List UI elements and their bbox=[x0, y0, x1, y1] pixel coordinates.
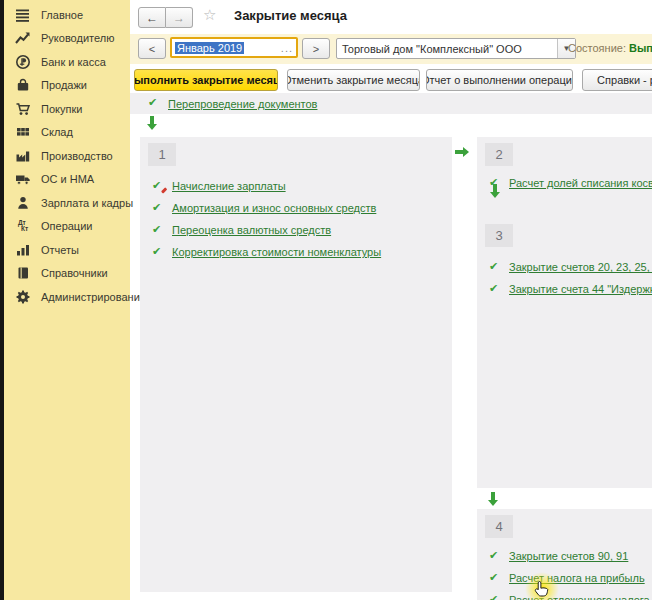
operation-row: Расчет долей списания косвенных расходов bbox=[477, 172, 652, 194]
operation-row: Амортизация и износ основных средств bbox=[140, 197, 452, 219]
check-icon bbox=[489, 572, 502, 585]
page-title: Закрытие месяца bbox=[234, 8, 347, 23]
sidebar-item-label: Главное bbox=[41, 9, 83, 21]
back-button[interactable]: ← bbox=[138, 7, 166, 28]
sidebar-item-label: Производство bbox=[41, 150, 113, 162]
operation-row: Расчет налога на прибыль bbox=[477, 567, 652, 589]
gear-icon bbox=[15, 289, 31, 305]
month-closing-screen: { "colors": { "sidebar_bg": "#F7E8A1", "… bbox=[0, 0, 652, 600]
sidebar-item-purchases[interactable]: Покупки bbox=[0, 97, 130, 121]
sidebar-item-fixed-assets[interactable]: ОС и НМА bbox=[0, 168, 130, 192]
sidebar-item-warehouse[interactable]: Склад bbox=[0, 121, 130, 145]
flow-down-arrow-icon bbox=[150, 116, 154, 124]
status-value: Выполнено bbox=[629, 42, 652, 54]
operation-row: Переоценка валютных средств bbox=[140, 219, 452, 241]
status-line: Состояние: Выполнено bbox=[568, 42, 652, 54]
organization-value: Торговый дом "Комплексный" ООО bbox=[337, 43, 557, 55]
sidebar-item-directories[interactable]: Справочники bbox=[0, 262, 130, 286]
status-label: Состояние: bbox=[568, 42, 626, 54]
menu-icon bbox=[15, 7, 31, 23]
flow-right-arrow-icon bbox=[455, 150, 463, 154]
prev-period-button[interactable]: < bbox=[138, 38, 166, 59]
calc-references-button[interactable]: Справки - расчеты bbox=[582, 69, 652, 91]
check-icon bbox=[152, 246, 165, 259]
sidebar-item-label: Склад bbox=[41, 126, 73, 138]
sidebar-item-label: Операции bbox=[41, 220, 92, 232]
favorite-star-icon[interactable]: ☆ bbox=[203, 6, 216, 24]
check-icon bbox=[489, 283, 502, 296]
flow-down-arrow-icon bbox=[493, 184, 497, 192]
sidebar-item-label: Справочники bbox=[41, 267, 108, 279]
sidebar-item-administration[interactable]: Администрирование bbox=[0, 285, 130, 309]
bag-icon bbox=[15, 77, 31, 93]
grid-icon bbox=[15, 124, 31, 140]
block-1-panel: 1 Начисление зарплаты Амортизация и изно… bbox=[140, 137, 452, 592]
sidebar-item-payroll-hr[interactable]: Зарплата и кадры bbox=[0, 191, 130, 215]
next-period-button[interactable]: > bbox=[302, 38, 330, 59]
operation-row: Корректировка стоимости номенклатуры bbox=[140, 241, 452, 263]
block-4-panel: 4 Закрытие счетов 90, 91 Расчет налога н… bbox=[477, 509, 652, 600]
check-icon bbox=[152, 224, 165, 237]
sidebar-item-operations[interactable]: ДтКт Операции bbox=[0, 215, 130, 239]
reposting-row: Перепроведение документов bbox=[130, 93, 652, 114]
period-picker-ellipsis[interactable]: ... bbox=[281, 42, 293, 54]
operation-link[interactable]: Переоценка валютных средств bbox=[172, 224, 331, 236]
module-sidebar: Главное Руководителю Банк и касса Продаж… bbox=[0, 0, 130, 600]
back-arrow-icon: ← bbox=[146, 11, 158, 25]
period-band: < Январь 2019 ... > Торговый дом "Компле… bbox=[130, 34, 652, 64]
operation-row: Закрытие счета 44 "Издержки обращения" bbox=[477, 278, 652, 300]
cancel-closing-button[interactable]: Отменить закрытие месяца bbox=[287, 69, 420, 91]
operation-link[interactable]: Начисление зарплаты bbox=[172, 180, 286, 192]
execute-closing-button[interactable]: Выполнить закрытие месяца bbox=[134, 69, 278, 91]
cart-icon bbox=[15, 101, 31, 117]
sidebar-item-sales[interactable]: Продажи bbox=[0, 74, 130, 98]
sidebar-item-manager[interactable]: Руководителю bbox=[0, 27, 130, 51]
sidebar-item-bank-cash[interactable]: Банк и касса bbox=[0, 50, 130, 74]
operation-row: Закрытие счетов 90, 91 bbox=[477, 545, 652, 567]
forward-button[interactable]: → bbox=[166, 7, 193, 28]
operation-link[interactable]: Закрытие счетов 20, 23, 25, 26 bbox=[509, 261, 652, 273]
bar-chart-icon bbox=[15, 242, 31, 258]
forward-arrow-icon: → bbox=[173, 11, 185, 25]
check-icon bbox=[152, 202, 165, 215]
check-icon bbox=[489, 261, 502, 274]
sidebar-item-reports[interactable]: Отчеты bbox=[0, 238, 130, 262]
nav-history-group: ← → bbox=[138, 7, 193, 28]
block-number: 4 bbox=[485, 515, 513, 538]
check-icon bbox=[489, 550, 502, 563]
check-icon bbox=[148, 97, 161, 110]
dt-kt-icon: ДтКт bbox=[15, 218, 31, 234]
sidebar-edge bbox=[0, 0, 4, 600]
person-icon bbox=[15, 195, 31, 211]
trend-chart-icon bbox=[15, 30, 31, 46]
mouse-cursor-hand-icon bbox=[534, 580, 551, 600]
truck-icon bbox=[15, 171, 31, 187]
operation-row: Начисление зарплаты bbox=[140, 175, 452, 197]
operations-report-button[interactable]: Отчет о выполнении операций bbox=[426, 69, 573, 91]
sidebar-item-production[interactable]: Производство bbox=[0, 144, 130, 168]
sidebar-item-label: Продажи bbox=[41, 79, 87, 91]
operation-link[interactable]: Закрытие счета 44 "Издержки обращения" bbox=[509, 283, 652, 295]
main-content: ← → ☆ Закрытие месяца < Январь 2019 ... … bbox=[130, 0, 652, 600]
block-number: 3 bbox=[485, 224, 513, 247]
block-number: 2 bbox=[485, 143, 513, 166]
sidebar-item-label: ОС и НМА bbox=[41, 173, 94, 185]
period-input[interactable]: Январь 2019 ... bbox=[170, 37, 298, 58]
reposting-link[interactable]: Перепроведение документов bbox=[168, 98, 317, 110]
ruble-coin-icon bbox=[15, 54, 31, 70]
sidebar-item-main[interactable]: Главное bbox=[0, 3, 130, 27]
block-number: 1 bbox=[148, 143, 176, 166]
operation-row: Расчет отложенного налога по ПБУ 18 bbox=[477, 589, 652, 600]
period-value: Январь 2019 bbox=[175, 42, 244, 54]
sidebar-item-label: Банк и касса bbox=[41, 56, 106, 68]
sidebar-item-label: Руководителю bbox=[41, 32, 114, 44]
factory-icon bbox=[15, 148, 31, 164]
operation-link[interactable]: Расчет долей списания косвенных расходов bbox=[509, 177, 652, 189]
operation-link[interactable]: Корректировка стоимости номенклатуры bbox=[172, 246, 381, 258]
flow-down-arrow-icon bbox=[491, 492, 495, 500]
book-icon bbox=[15, 265, 31, 281]
check-icon bbox=[489, 594, 502, 600]
operation-link[interactable]: Закрытие счетов 90, 91 bbox=[509, 550, 628, 562]
operation-link[interactable]: Амортизация и износ основных средств bbox=[172, 202, 376, 214]
organization-select[interactable]: Торговый дом "Комплексный" ООО ▼ bbox=[336, 38, 576, 59]
